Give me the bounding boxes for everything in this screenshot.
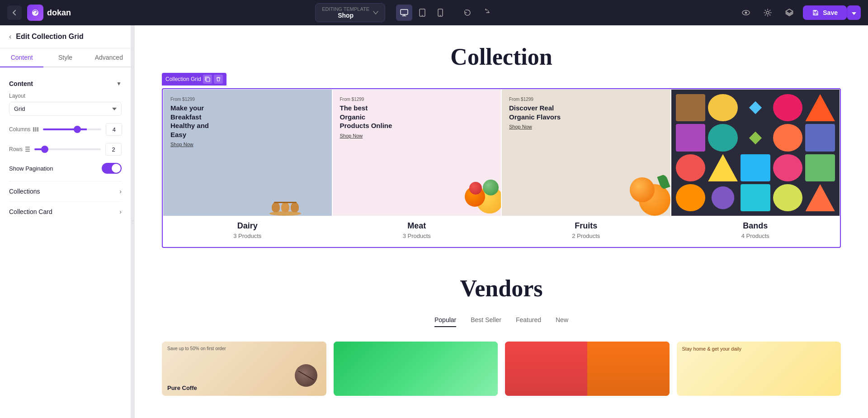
vendor-health-tagline: Stay home & get your daily <box>682 346 741 352</box>
svg-rect-17 <box>206 78 210 81</box>
preview-button[interactable] <box>738 5 754 21</box>
topbar-back-button[interactable] <box>7 5 22 20</box>
tablet-device-button[interactable] <box>414 5 430 21</box>
rows-slider[interactable] <box>34 148 101 150</box>
orange-group <box>630 175 670 216</box>
dairy-shopnow[interactable]: Shop Now <box>170 142 193 147</box>
svg-rect-16 <box>25 151 30 152</box>
svg-rect-11 <box>33 127 34 132</box>
settings-button[interactable] <box>760 5 776 21</box>
vendor-card-colorful[interactable] <box>505 342 670 396</box>
collection-card[interactable]: From $1299 Make your Breakfast Healthy a… <box>163 89 332 247</box>
card-image-bands <box>671 90 840 216</box>
vendor-tab-popular[interactable]: Popular <box>434 316 456 327</box>
meat-headline: The best Organic Products Online <box>340 104 394 130</box>
resize-handle[interactable]: ⋮ <box>131 25 135 418</box>
pagination-toggle[interactable] <box>102 163 122 174</box>
citrus-group <box>465 180 501 216</box>
layers-button[interactable] <box>781 5 797 21</box>
collections-label: Collections <box>9 188 40 195</box>
svg-rect-10 <box>814 10 816 12</box>
pagination-toggle-row: Show Pagination <box>9 163 122 174</box>
collection-card-label: Collection Card <box>9 208 52 215</box>
svg-point-8 <box>766 11 769 14</box>
undo-icon <box>463 9 472 17</box>
sidebar-back-button[interactable]: ‹ <box>9 33 11 41</box>
mobile-device-button[interactable] <box>432 5 448 21</box>
rows-field: Rows 2 <box>9 143 122 156</box>
vendor-card-health[interactable]: Stay home & get your daily <box>677 342 841 396</box>
copy-icon <box>205 76 210 82</box>
fruits-shopnow[interactable]: Shop Now <box>509 124 532 129</box>
toggle-knob <box>112 164 121 173</box>
topbar-right: Save <box>738 5 861 21</box>
meat-name: Meat <box>407 221 426 231</box>
collection-card-section-item[interactable]: Collection Card › <box>9 201 122 222</box>
vendor-card-coffee[interactable]: Save up to 50% on first order Pure Coffe <box>162 342 326 396</box>
vendors-title: Vendors <box>162 275 841 302</box>
vendor-tab-bestseller[interactable]: Best Seller <box>471 316 501 327</box>
sidebar: ‹ Edit Collection Grid Content Style Adv… <box>0 25 131 418</box>
logo-text: dokan <box>47 8 71 18</box>
collections-section-item[interactable]: Collections › <box>9 181 122 201</box>
svg-rect-13 <box>37 127 38 132</box>
dairy-badge: From $1299 <box>170 97 225 102</box>
bands-count: 4 Products <box>741 233 769 239</box>
collection-card[interactable]: From $1299 Discover Real Organic Flavors… <box>501 89 671 247</box>
settings-icon <box>763 8 772 17</box>
preview-icon <box>741 8 750 17</box>
svg-point-7 <box>745 12 747 14</box>
save-button[interactable]: Save <box>803 5 847 20</box>
widget-copy-icon[interactable] <box>203 75 212 84</box>
layers-icon <box>785 8 794 17</box>
device-buttons <box>396 5 448 21</box>
collection-card[interactable]: Bands 4 Products <box>671 89 840 247</box>
save-button-group: Save <box>803 5 861 20</box>
collection-grid: From $1299 Make your Breakfast Healthy a… <box>163 89 840 247</box>
save-dropdown-button[interactable] <box>847 5 861 20</box>
vendor-tab-featured[interactable]: Featured <box>516 316 541 327</box>
meat-count: 3 Products <box>403 233 431 239</box>
columns-slider[interactable] <box>43 128 101 130</box>
vendor-card-green[interactable] <box>334 342 498 396</box>
collection-card[interactable]: From $1299 The best Organic Products Onl… <box>332 89 502 247</box>
columns-value-input[interactable]: 4 <box>106 123 122 136</box>
layout-label: Layout <box>9 93 122 99</box>
save-icon <box>812 9 819 16</box>
redo-button[interactable] <box>477 5 494 21</box>
rows-label: Rows <box>9 146 30 152</box>
card-image-fruits: From $1299 Discover Real Organic Flavors… <box>502 90 670 216</box>
widget-delete-icon[interactable] <box>214 75 223 84</box>
vendors-grid: Save up to 50% on first order Pure Coffe <box>162 342 841 396</box>
canvas: Collection Collection Grid <box>135 25 868 418</box>
collections-arrow-icon: › <box>119 188 122 195</box>
svg-rect-12 <box>35 127 37 132</box>
content-section-header[interactable]: Content ▼ <box>9 75 122 93</box>
desktop-device-button[interactable] <box>396 5 412 21</box>
undo-button[interactable] <box>459 5 476 21</box>
dairy-name: Dairy <box>237 221 258 231</box>
layout-select[interactable]: Grid <box>9 102 122 116</box>
redo-icon <box>481 9 490 17</box>
content-section-label: Content <box>9 80 33 87</box>
layout-field: Layout Grid <box>9 93 122 116</box>
rows-value-input[interactable]: 2 <box>105 143 122 156</box>
sidebar-content: Content ▼ Layout Grid Columns <box>0 67 131 418</box>
dairy-image-bg: From $1299 Make your Breakfast Healthy a… <box>163 90 332 216</box>
meat-shopnow[interactable]: Shop Now <box>340 133 363 138</box>
meat-image-bg: From $1299 The best Organic Products Onl… <box>333 90 501 216</box>
tab-style[interactable]: Style <box>43 48 87 67</box>
vendor-tab-new[interactable]: New <box>556 316 568 327</box>
dairy-illustration <box>239 90 332 216</box>
editing-template-button[interactable]: EDITING TEMPLATE Shop <box>315 3 385 22</box>
dairy-headline: Make your Breakfast Healthy and Easy <box>170 104 225 139</box>
svg-point-3 <box>422 15 423 16</box>
sidebar-title: Edit Collection Grid <box>16 33 83 41</box>
pagination-label: Show Pagination <box>9 165 53 172</box>
bands-name: Bands <box>743 221 768 231</box>
fruits-name: Fruits <box>575 221 597 231</box>
content-section-chevron-icon: ▼ <box>116 81 122 87</box>
tablet-icon <box>419 9 425 17</box>
tab-content[interactable]: Content <box>0 48 43 67</box>
tab-advanced[interactable]: Advanced <box>87 48 131 67</box>
